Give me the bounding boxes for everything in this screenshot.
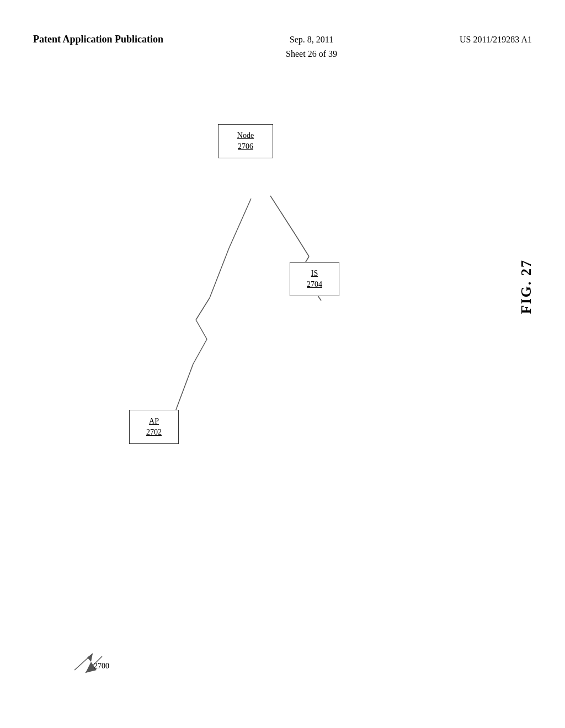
ap-2702-label: AP bbox=[149, 416, 159, 427]
is-2704-number: 2704 bbox=[307, 279, 322, 290]
ap-2702-box: AP 2702 bbox=[129, 410, 179, 444]
sheet-info: Sheet 26 of 39 bbox=[286, 47, 337, 61]
publication-title: Patent Application Publication bbox=[33, 33, 163, 46]
patent-number: US 2011/219283 A1 bbox=[460, 33, 532, 47]
diagram-svg bbox=[0, 88, 565, 728]
figure-label: FIG. 27 bbox=[518, 259, 535, 314]
is-2704-label: IS bbox=[311, 268, 318, 279]
ap-2702-group: AP 2702 bbox=[129, 418, 145, 436]
page-header: Patent Application Publication Sep. 8, 2… bbox=[0, 33, 565, 61]
node-2706-label: Node bbox=[237, 130, 254, 141]
label-2700: 2700 bbox=[94, 662, 109, 671]
svg-line-4 bbox=[193, 339, 207, 364]
ap-2702-number: 2702 bbox=[146, 427, 162, 438]
svg-line-0 bbox=[229, 199, 251, 248]
svg-line-2 bbox=[196, 298, 210, 320]
svg-line-1 bbox=[210, 248, 229, 298]
publication-date: Sep. 8, 2011 bbox=[286, 33, 337, 47]
label-2700-group: 2700 bbox=[72, 651, 115, 673]
svg-line-8 bbox=[295, 234, 309, 256]
node-2706-box: Node 2706 bbox=[218, 124, 273, 158]
svg-line-7 bbox=[270, 196, 295, 234]
svg-line-3 bbox=[196, 320, 207, 339]
is-2704-box: IS 2704 bbox=[290, 262, 339, 296]
node-2706-group: Node 2706 bbox=[218, 132, 233, 150]
svg-marker-15 bbox=[87, 654, 93, 662]
diagram-area: Node 2706 IS 2704 AP 2702 FIG. 27 2700 bbox=[0, 88, 565, 728]
is-2704-group: IS 2704 bbox=[290, 270, 305, 288]
svg-line-5 bbox=[177, 364, 193, 408]
node-2706-number: 2706 bbox=[238, 141, 253, 152]
header-center: Sep. 8, 2011 Sheet 26 of 39 bbox=[286, 33, 337, 61]
